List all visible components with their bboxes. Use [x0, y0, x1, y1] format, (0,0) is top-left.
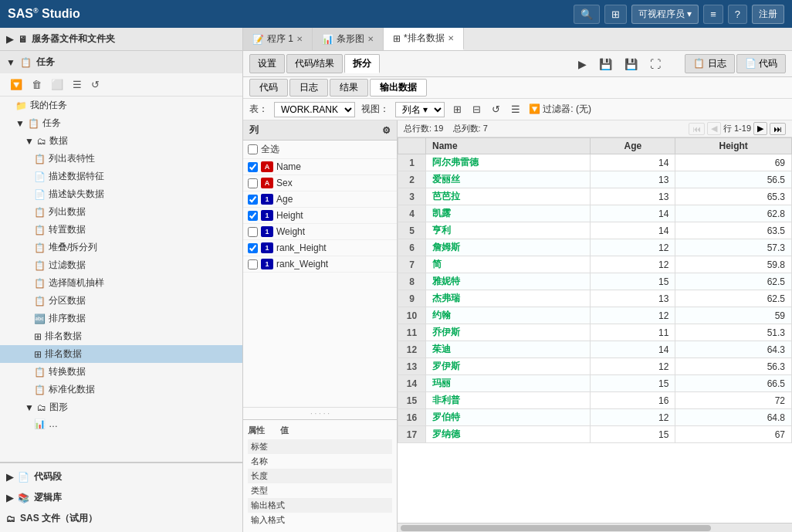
search-button[interactable]: 🔍: [574, 5, 600, 24]
sidebar-item-list-table[interactable]: 📋 列出表特性: [0, 150, 242, 168]
view-select[interactable]: 列名 ▾: [395, 102, 445, 117]
fullscreen-button[interactable]: ⛶: [645, 54, 666, 73]
sidebar-item-my-tasks[interactable]: 📁 我的任务: [0, 97, 242, 114]
code-button[interactable]: 📄 代码: [736, 54, 786, 73]
col-item-weight[interactable]: 1 Weight: [243, 224, 397, 240]
prev-page-btn[interactable]: ◀: [707, 122, 721, 135]
grid-icon1[interactable]: ⊞: [451, 103, 464, 116]
col-item-name[interactable]: A Name: [243, 159, 397, 175]
last-page-btn[interactable]: ⏭: [770, 123, 786, 135]
col-checkbox-height[interactable]: [248, 211, 258, 221]
col-header-height[interactable]: Height: [675, 138, 792, 154]
col-checkbox-weight[interactable]: [248, 227, 258, 237]
delete-btn[interactable]: 🗑: [28, 76, 46, 93]
sidebar-item-partition[interactable]: 📋 分区数据: [0, 292, 242, 310]
col-item-rank-height[interactable]: 1 rank_Height: [243, 240, 397, 256]
cell-rownum: 8: [398, 273, 426, 290]
cell-name: 罗纳德: [426, 426, 591, 443]
sidebar-item-sample[interactable]: 📋 选择随机抽样: [0, 274, 242, 292]
sidebar-item-data-group[interactable]: ▼ 🗂 数据: [0, 132, 242, 150]
next-page-btn[interactable]: ▶: [753, 122, 767, 135]
cell-rownum: 17: [398, 426, 426, 443]
sub-tab-output[interactable]: 输出数据: [370, 79, 427, 97]
saveas-button[interactable]: 💾: [619, 54, 643, 73]
table-select[interactable]: WORK.RANK: [274, 102, 355, 117]
first-page-btn[interactable]: ⏮: [689, 123, 705, 135]
apps-button[interactable]: ⊞: [604, 5, 627, 24]
tab-program1[interactable]: 📝 程序 1 ✕: [243, 28, 313, 50]
cell-rownum: 9: [398, 290, 426, 307]
sub-tab-code[interactable]: 代码: [249, 79, 288, 97]
save-button[interactable]: 💾: [594, 54, 618, 73]
refresh-btn[interactable]: ↺: [87, 76, 103, 93]
sidebar-item-transform[interactable]: 📋 转换数据: [0, 363, 242, 381]
sidebar-item-describe-data[interactable]: 📄 描述数据特征: [0, 168, 242, 185]
col-header-num: [398, 138, 426, 154]
table-row: 1 阿尔弗雷德 14 69: [398, 154, 792, 171]
sidebar-item-rankname-data[interactable]: ⊞ 排名数据: [0, 345, 242, 363]
sub-tab-results[interactable]: 结果: [330, 79, 368, 97]
col-checkbox-name[interactable]: [248, 162, 258, 172]
col-header-name[interactable]: Name: [426, 138, 591, 154]
settings-icon[interactable]: ⚙: [382, 125, 391, 136]
new-task-btn[interactable]: 🔽: [6, 76, 26, 93]
sub-tab-log[interactable]: 日志: [289, 79, 328, 97]
col-item-rank-weight[interactable]: 1 rank_Weight: [243, 256, 397, 273]
col-checkbox-age[interactable]: [248, 195, 258, 205]
grid-icon2[interactable]: ⊟: [470, 103, 483, 116]
data-table-scroll[interactable]: Name Age Height 1 阿尔弗雷德 14 69 2 爱丽丝 13 5…: [398, 137, 792, 523]
sidebar-item-transpose[interactable]: 📋 转置数据: [0, 221, 242, 239]
sidebar-item-normalize[interactable]: 📋 标准化数据: [0, 381, 242, 398]
scroll-thumb[interactable]: [401, 525, 711, 531]
register-button[interactable]: 注册: [752, 5, 784, 24]
table-row: 13 罗伊斯 12 56.3: [398, 358, 792, 375]
top-bar: SAS® Studio 🔍 ⊞ 可视程序员 ▾ ≡ ? 注册: [0, 0, 792, 28]
col-checkbox-rank-weight[interactable]: [248, 259, 258, 269]
tab-rankdata[interactable]: ⊞ *排名数据 ✕: [384, 28, 464, 50]
code-results-button[interactable]: 代码/结果: [286, 54, 343, 73]
settings-button[interactable]: 设置: [249, 54, 285, 73]
log-button[interactable]: 📋 日志: [685, 54, 734, 73]
cut-btn[interactable]: ⬜: [47, 76, 67, 93]
sidebar-item-logic-lib[interactable]: ▶ 📚 逻辑库: [0, 487, 242, 508]
tasks-header[interactable]: ▼ 📋 任务: [0, 51, 242, 73]
col-item-sex[interactable]: A Sex: [243, 175, 397, 191]
col-checkbox-sex[interactable]: [248, 178, 258, 188]
col-checkbox-selectall[interactable]: [248, 144, 258, 154]
tab-barchart[interactable]: 📊 条形图 ✕: [313, 28, 384, 50]
sidebar-item-graph-sub[interactable]: 📊 …: [0, 416, 242, 432]
tab-barchart-close[interactable]: ✕: [367, 35, 374, 43]
server-files-header[interactable]: ▶ 🖥 服务器文件和文件夹: [0, 28, 242, 50]
horizontal-scrollbar[interactable]: [398, 523, 792, 532]
refresh-icon[interactable]: ↺: [489, 103, 503, 116]
sidebar-item-stack[interactable]: 📋 堆叠/拆分列: [0, 239, 242, 256]
menu-button[interactable]: ≡: [703, 5, 723, 24]
sidebar-item-describe-missing[interactable]: 📄 描述缺失数据: [0, 185, 242, 203]
sidebar-item-code-segment[interactable]: ▶ 📄 代码段: [0, 466, 242, 487]
col-header-age[interactable]: Age: [591, 138, 675, 154]
table-row: 11 乔伊斯 11 51.3: [398, 324, 792, 341]
tab-program1-close[interactable]: ✕: [296, 35, 303, 43]
sidebar-item-list-data[interactable]: 📋 列出数据: [0, 203, 242, 221]
list-btn[interactable]: ☰: [69, 76, 86, 93]
tab-rankdata-close[interactable]: ✕: [448, 34, 454, 42]
sidebar-item-sas-files[interactable]: 🗂 SAS 文件（试用）: [0, 508, 242, 529]
col-item-age[interactable]: 1 Age: [243, 191, 397, 208]
help-button[interactable]: ?: [728, 5, 747, 24]
table-body: 1 阿尔弗雷德 14 69 2 爱丽丝 13 56.5 3 芭芭拉 13 65.…: [398, 154, 792, 443]
run-button[interactable]: ▶: [573, 54, 592, 73]
col-item-selectall[interactable]: 全选: [243, 141, 397, 159]
col-checkbox-rank-height[interactable]: [248, 243, 258, 253]
props-val-header: 值: [280, 425, 289, 436]
sidebar-item-tasks-group[interactable]: ▼ 📋 任务: [0, 114, 242, 132]
col-item-height[interactable]: 1 Height: [243, 208, 397, 224]
cell-name: 简: [426, 256, 591, 273]
table-row: 15 非利普 16 72: [398, 392, 792, 409]
sidebar-item-filter[interactable]: 📋 过滤数据: [0, 256, 242, 274]
sidebar-item-rank-data[interactable]: ⊞ 排名数据: [0, 327, 242, 345]
sidebar-item-sort[interactable]: 🔤 排序数据: [0, 310, 242, 327]
split-button[interactable]: 拆分: [344, 54, 380, 73]
sidebar-item-graphs[interactable]: ▼ 🗂 图形: [0, 398, 242, 416]
user-menu-button[interactable]: 可视程序员 ▾: [631, 5, 699, 24]
table-icon[interactable]: ☰: [509, 103, 523, 116]
